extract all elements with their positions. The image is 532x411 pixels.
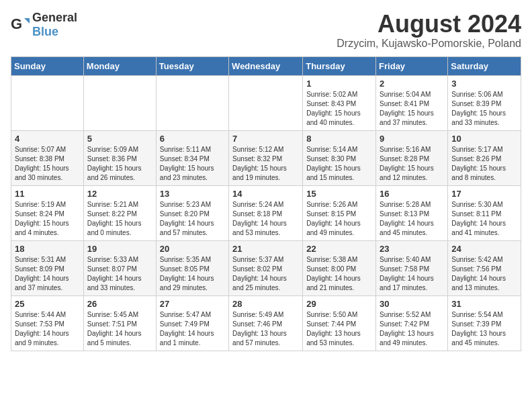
calendar-body: 1Sunrise: 5:02 AM Sunset: 8:43 PM Daylig…	[11, 75, 521, 351]
day-info: Sunrise: 5:52 AM Sunset: 7:42 PM Dayligh…	[380, 310, 444, 348]
day-number: 20	[160, 244, 225, 254]
day-number: 26	[87, 299, 152, 309]
calendar-cell	[83, 75, 156, 130]
day-info: Sunrise: 5:33 AM Sunset: 8:07 PM Dayligh…	[87, 255, 152, 293]
calendar-cell: 5Sunrise: 5:09 AM Sunset: 8:36 PM Daylig…	[83, 130, 156, 185]
day-number: 9	[380, 134, 444, 144]
day-info: Sunrise: 5:11 AM Sunset: 8:34 PM Dayligh…	[160, 145, 225, 183]
calendar-week-3: 11Sunrise: 5:19 AM Sunset: 8:24 PM Dayli…	[11, 185, 521, 240]
day-number: 19	[87, 244, 152, 254]
day-info: Sunrise: 5:07 AM Sunset: 8:38 PM Dayligh…	[15, 145, 80, 183]
location-title: Drzycim, Kujawsko-Pomorskie, Poland	[337, 38, 521, 50]
calendar-cell: 9Sunrise: 5:16 AM Sunset: 8:28 PM Daylig…	[376, 130, 448, 185]
day-info: Sunrise: 5:06 AM Sunset: 8:39 PM Dayligh…	[451, 90, 517, 128]
calendar-cell: 6Sunrise: 5:11 AM Sunset: 8:34 PM Daylig…	[156, 130, 228, 185]
day-number: 15	[306, 189, 372, 199]
day-info: Sunrise: 5:49 AM Sunset: 7:46 PM Dayligh…	[232, 310, 299, 348]
calendar-cell: 19Sunrise: 5:33 AM Sunset: 8:07 PM Dayli…	[83, 240, 156, 295]
header-friday: Friday	[376, 56, 448, 75]
calendar-header: Sunday Monday Tuesday Wednesday Thursday…	[11, 56, 521, 75]
day-info: Sunrise: 5:37 AM Sunset: 8:02 PM Dayligh…	[232, 255, 299, 293]
header-thursday: Thursday	[303, 56, 376, 75]
day-number: 27	[160, 299, 225, 309]
calendar-cell: 7Sunrise: 5:12 AM Sunset: 8:32 PM Daylig…	[229, 130, 303, 185]
calendar-cell: 24Sunrise: 5:42 AM Sunset: 7:56 PM Dayli…	[448, 240, 521, 295]
day-info: Sunrise: 5:26 AM Sunset: 8:15 PM Dayligh…	[306, 200, 372, 238]
day-info: Sunrise: 5:02 AM Sunset: 8:43 PM Dayligh…	[306, 90, 372, 128]
calendar-cell: 12Sunrise: 5:21 AM Sunset: 8:22 PM Dayli…	[83, 185, 156, 240]
day-info: Sunrise: 5:38 AM Sunset: 8:00 PM Dayligh…	[306, 255, 372, 293]
day-info: Sunrise: 5:50 AM Sunset: 7:44 PM Dayligh…	[306, 310, 372, 348]
day-number: 1	[306, 79, 372, 89]
page-header: G General Blue August 2024 Drzycim, Kuja…	[11, 11, 521, 50]
calendar-week-1: 1Sunrise: 5:02 AM Sunset: 8:43 PM Daylig…	[11, 75, 521, 130]
day-info: Sunrise: 5:12 AM Sunset: 8:32 PM Dayligh…	[232, 145, 299, 183]
day-number: 8	[306, 134, 372, 144]
header-monday: Monday	[83, 56, 156, 75]
calendar-week-4: 18Sunrise: 5:31 AM Sunset: 8:09 PM Dayli…	[11, 240, 521, 295]
calendar-cell: 28Sunrise: 5:49 AM Sunset: 7:46 PM Dayli…	[229, 295, 303, 351]
day-number: 21	[232, 244, 299, 254]
month-title: August 2024	[337, 11, 521, 38]
day-info: Sunrise: 5:19 AM Sunset: 8:24 PM Dayligh…	[15, 200, 80, 238]
day-info: Sunrise: 5:09 AM Sunset: 8:36 PM Dayligh…	[87, 145, 152, 183]
calendar-cell: 16Sunrise: 5:28 AM Sunset: 8:13 PM Dayli…	[376, 185, 448, 240]
day-info: Sunrise: 5:31 AM Sunset: 8:09 PM Dayligh…	[15, 255, 80, 293]
day-info: Sunrise: 5:47 AM Sunset: 7:49 PM Dayligh…	[160, 310, 225, 348]
day-number: 12	[87, 189, 152, 199]
calendar-cell	[11, 75, 84, 130]
calendar-cell: 22Sunrise: 5:38 AM Sunset: 8:00 PM Dayli…	[303, 240, 376, 295]
calendar-cell: 25Sunrise: 5:44 AM Sunset: 7:53 PM Dayli…	[11, 295, 84, 351]
svg-text:G: G	[11, 15, 22, 32]
day-number: 5	[87, 134, 152, 144]
calendar-cell: 18Sunrise: 5:31 AM Sunset: 8:09 PM Dayli…	[11, 240, 84, 295]
day-number: 11	[15, 189, 80, 199]
day-number: 10	[451, 134, 517, 144]
header-wednesday: Wednesday	[229, 56, 303, 75]
calendar-cell: 1Sunrise: 5:02 AM Sunset: 8:43 PM Daylig…	[303, 75, 376, 130]
calendar-cell: 31Sunrise: 5:54 AM Sunset: 7:39 PM Dayli…	[448, 295, 521, 351]
day-info: Sunrise: 5:45 AM Sunset: 7:51 PM Dayligh…	[87, 310, 152, 348]
logo: G General Blue	[11, 11, 77, 39]
day-number: 14	[232, 189, 299, 199]
calendar-cell: 8Sunrise: 5:14 AM Sunset: 8:30 PM Daylig…	[303, 130, 376, 185]
calendar-cell: 17Sunrise: 5:30 AM Sunset: 8:11 PM Dayli…	[448, 185, 521, 240]
calendar-week-5: 25Sunrise: 5:44 AM Sunset: 7:53 PM Dayli…	[11, 295, 521, 351]
title-block: August 2024 Drzycim, Kujawsko-Pomorskie,…	[337, 11, 521, 50]
header-row: Sunday Monday Tuesday Wednesday Thursday…	[11, 56, 521, 75]
svg-marker-1	[24, 18, 30, 24]
day-number: 30	[380, 299, 444, 309]
day-info: Sunrise: 5:30 AM Sunset: 8:11 PM Dayligh…	[451, 200, 517, 238]
day-number: 17	[451, 189, 517, 199]
calendar-cell: 14Sunrise: 5:24 AM Sunset: 8:18 PM Dayli…	[229, 185, 303, 240]
day-number: 18	[15, 244, 80, 254]
day-info: Sunrise: 5:54 AM Sunset: 7:39 PM Dayligh…	[451, 310, 517, 348]
calendar-cell: 20Sunrise: 5:35 AM Sunset: 8:05 PM Dayli…	[156, 240, 228, 295]
day-number: 6	[160, 134, 225, 144]
day-info: Sunrise: 5:14 AM Sunset: 8:30 PM Dayligh…	[306, 145, 372, 183]
calendar-cell: 23Sunrise: 5:40 AM Sunset: 7:58 PM Dayli…	[376, 240, 448, 295]
day-number: 2	[380, 79, 444, 89]
calendar-week-2: 4Sunrise: 5:07 AM Sunset: 8:38 PM Daylig…	[11, 130, 521, 185]
day-info: Sunrise: 5:16 AM Sunset: 8:28 PM Dayligh…	[380, 145, 444, 183]
day-info: Sunrise: 5:44 AM Sunset: 7:53 PM Dayligh…	[15, 310, 80, 348]
day-number: 28	[232, 299, 299, 309]
day-number: 13	[160, 189, 225, 199]
calendar-cell	[229, 75, 303, 130]
calendar-cell: 30Sunrise: 5:52 AM Sunset: 7:42 PM Dayli…	[376, 295, 448, 351]
day-number: 3	[451, 79, 517, 89]
calendar-cell	[156, 75, 228, 130]
calendar-cell: 13Sunrise: 5:23 AM Sunset: 8:20 PM Dayli…	[156, 185, 228, 240]
day-number: 16	[380, 189, 444, 199]
calendar-cell: 27Sunrise: 5:47 AM Sunset: 7:49 PM Dayli…	[156, 295, 228, 351]
calendar-cell: 29Sunrise: 5:50 AM Sunset: 7:44 PM Dayli…	[303, 295, 376, 351]
calendar-cell: 4Sunrise: 5:07 AM Sunset: 8:38 PM Daylig…	[11, 130, 84, 185]
header-sunday: Sunday	[11, 56, 84, 75]
day-number: 25	[15, 299, 80, 309]
calendar-cell: 21Sunrise: 5:37 AM Sunset: 8:02 PM Dayli…	[229, 240, 303, 295]
header-saturday: Saturday	[448, 56, 521, 75]
calendar-cell: 11Sunrise: 5:19 AM Sunset: 8:24 PM Dayli…	[11, 185, 84, 240]
day-number: 4	[15, 134, 80, 144]
day-info: Sunrise: 5:40 AM Sunset: 7:58 PM Dayligh…	[380, 255, 444, 293]
day-info: Sunrise: 5:24 AM Sunset: 8:18 PM Dayligh…	[232, 200, 299, 238]
